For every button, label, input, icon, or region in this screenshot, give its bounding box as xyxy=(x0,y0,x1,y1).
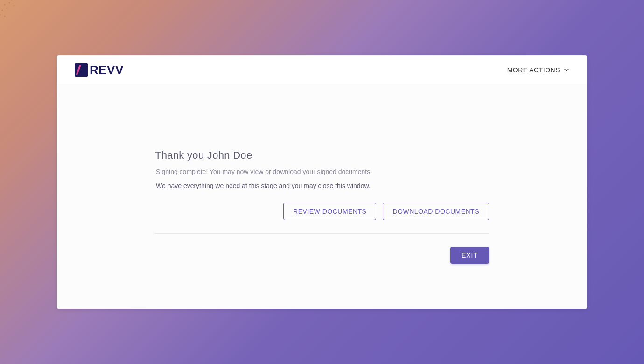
more-actions-dropdown[interactable]: MORE ACTIONS xyxy=(507,66,569,74)
svg-point-12 xyxy=(4,16,6,17)
document-actions-row: REVIEW DOCUMENTS DOWNLOAD DOCUMENTS xyxy=(155,203,489,234)
svg-point-10 xyxy=(7,8,8,9)
review-documents-button[interactable]: REVIEW DOCUMENTS xyxy=(283,203,376,220)
svg-point-11 xyxy=(0,14,1,16)
svg-point-9 xyxy=(2,10,3,11)
svg-point-7 xyxy=(14,5,15,7)
thank-you-title: Thank you John Doe xyxy=(155,149,489,161)
svg-point-6 xyxy=(9,2,10,4)
download-documents-button[interactable]: DOWNLOAD DOCUMENTS xyxy=(383,203,489,220)
logo-mark-icon xyxy=(75,63,88,77)
logo-text: REVV xyxy=(90,63,124,77)
card-header: REVV MORE ACTIONS xyxy=(57,56,587,84)
svg-point-3 xyxy=(11,0,13,1)
confirmation-card: REVV MORE ACTIONS Thank you John Doe Sig… xyxy=(57,55,587,309)
svg-point-5 xyxy=(4,4,6,6)
background-decoration xyxy=(0,0,28,23)
logo: REVV xyxy=(75,63,124,77)
more-actions-label: MORE ACTIONS xyxy=(507,66,560,74)
exit-button[interactable]: EXIT xyxy=(450,247,489,264)
signing-complete-text: Signing complete! You may now view or do… xyxy=(155,168,489,175)
chevron-down-icon xyxy=(564,67,569,73)
close-window-text: We have everything we need at this stage… xyxy=(155,182,489,189)
exit-row: EXIT xyxy=(155,234,489,264)
card-body: Thank you John Doe Signing complete! You… xyxy=(57,84,587,309)
content-area: Thank you John Doe Signing complete! You… xyxy=(155,149,489,309)
